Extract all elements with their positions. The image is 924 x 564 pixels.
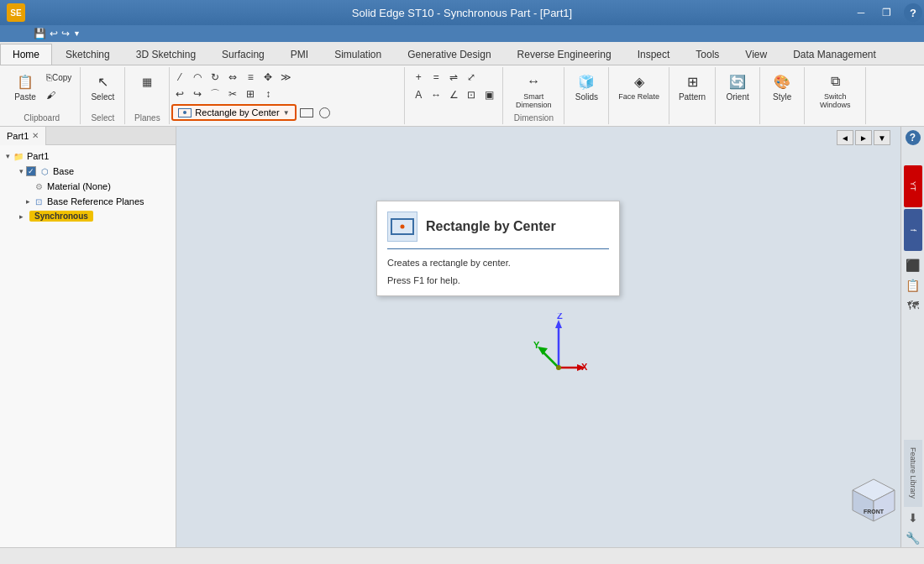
scale-tool[interactable]: ↕	[260, 86, 276, 102]
planes-button[interactable]: ▦	[130, 69, 164, 94]
qat-dropdown[interactable]: ▼	[73, 29, 81, 38]
youtube-button[interactable]: YT	[904, 165, 922, 207]
view-cube[interactable]: FRONT	[848, 475, 899, 525]
tree-expand-ref-planes[interactable]: ▸	[26, 197, 30, 206]
feature-lib-button[interactable]: Feature Library	[904, 440, 922, 507]
side-btn-6[interactable]: ⬇	[904, 509, 922, 527]
trim-tool[interactable]: ✂	[224, 86, 241, 102]
pattern-label: Pattern	[679, 92, 706, 102]
more-tool[interactable]: ≫	[277, 69, 294, 86]
ribbon-group-clipboard: 📋 Paste ⎘ Copy 🖌 Clipboard	[3, 67, 81, 124]
se-logo: SE	[7, 3, 25, 22]
tree-expand-base[interactable]: ▾	[19, 167, 24, 175]
tab-tools[interactable]: Tools	[683, 44, 732, 65]
planes-label: Planes	[134, 112, 160, 123]
side-btn-4[interactable]: 📋	[904, 276, 922, 295]
copy-button[interactable]: ⎘ Copy	[43, 69, 75, 86]
minimize-button[interactable]: ─	[848, 0, 874, 25]
tree-label-ref-planes: Base Reference Planes	[47, 196, 144, 206]
draw-row2: ↩ ↪ ⌒ ✂ ⊞ ↕	[171, 86, 402, 102]
move-tool[interactable]: ✥	[260, 69, 276, 86]
orient-button[interactable]: 🔄 Orient	[721, 69, 754, 104]
tab-surfacing[interactable]: Surfacing	[209, 44, 277, 65]
tab-data-management[interactable]: Data Management	[780, 44, 889, 65]
tab-reverse-engineering[interactable]: Reverse Engineering	[505, 44, 624, 65]
line-tool[interactable]: ⁄	[171, 69, 188, 86]
equal-btn[interactable]: =	[428, 69, 444, 86]
pattern-button[interactable]: ⊞ Pattern	[675, 69, 710, 104]
paste-icon: 📋	[15, 71, 35, 91]
tab-view[interactable]: View	[732, 44, 780, 65]
tree-item-base[interactable]: ▾ ✓ ⬡ Base	[0, 164, 176, 179]
mirror-tool[interactable]: ⇔	[224, 69, 241, 86]
tree-item-synchronous[interactable]: ▸ Synchronous	[0, 209, 176, 223]
rect-by-center-icon	[178, 108, 192, 118]
tab-simulation[interactable]: Simulation	[322, 44, 394, 65]
paste-button[interactable]: 📋 Paste	[8, 69, 42, 104]
undo-draw[interactable]: ↩	[171, 86, 188, 102]
format-paint-button[interactable]: 🖌	[43, 86, 75, 103]
qat-save[interactable]: 💾	[34, 28, 46, 39]
part1-tab[interactable]: Part1 ✕	[0, 127, 46, 145]
rect-shape2[interactable]	[317, 104, 333, 121]
help-side-button[interactable]: ?	[906, 130, 921, 145]
tree-label-part1: Part1	[27, 151, 49, 161]
offset-tool[interactable]: ≡	[242, 69, 259, 86]
help-button[interactable]: ?	[904, 3, 922, 22]
angle-btn[interactable]: ∠	[445, 86, 462, 103]
offset2-tool[interactable]: ⊞	[242, 86, 259, 102]
tree-planes-icon: ⊡	[33, 196, 45, 207]
tab-pmi[interactable]: PMI	[278, 44, 321, 65]
tree-item-ref-planes[interactable]: ▸ ⊡ Base Reference Planes	[0, 194, 176, 209]
canvas-area[interactable]: ◄ ► ▼ Rectangle by Center Creates a rect…	[176, 127, 924, 551]
scale2-btn[interactable]: ⤢	[463, 69, 480, 86]
rect-shape1[interactable]	[298, 104, 315, 121]
rotate-tool[interactable]: ↻	[207, 69, 223, 86]
dim-btn[interactable]: ↔	[428, 86, 444, 103]
select-label: Select	[91, 92, 114, 102]
side-btn-3[interactable]: ⬛	[904, 256, 922, 274]
tree-item-part1[interactable]: ▾ 📁 Part1	[0, 149, 176, 164]
z-axis-label: Z	[557, 313, 563, 321]
qat-undo[interactable]: ↩	[50, 28, 58, 39]
tab-home[interactable]: Home	[0, 44, 52, 65]
fill-btn[interactable]: ▣	[480, 86, 497, 103]
solids-label: Solids	[575, 92, 598, 102]
redo-draw[interactable]: ↪	[189, 86, 206, 102]
rect-dropdown-arrow[interactable]: ▼	[283, 109, 290, 117]
facebook-button[interactable]: f	[904, 209, 922, 251]
qat-redo[interactable]: ↪	[61, 28, 70, 39]
side-btn-7[interactable]: 🔧	[904, 529, 922, 547]
smart-dimension-button[interactable]: ↔ Smart Dimension	[508, 69, 559, 112]
part1-close-icon[interactable]: ✕	[32, 131, 39, 140]
fillet-tool[interactable]: ⌒	[207, 86, 223, 102]
ribbon-group-select: ↖ Select Select	[81, 67, 125, 124]
text-btn[interactable]: A	[410, 86, 427, 103]
sym-btn[interactable]: ⇌	[445, 69, 462, 86]
arc-tool[interactable]: ◠	[189, 69, 206, 86]
tab-generative-design[interactable]: Generative Design	[395, 44, 503, 65]
tab-inspect[interactable]: Inspect	[625, 44, 683, 65]
switch-windows-button[interactable]: ⧉ Switch Windows	[810, 69, 860, 112]
rect-by-center-button[interactable]: Rectangle by Center ▼	[171, 104, 296, 121]
select-button[interactable]: ↖ Select	[86, 69, 119, 104]
solids-button[interactable]: 🧊 Solids	[570, 69, 603, 104]
svg-point-1	[401, 225, 405, 229]
tree-expand-synchronous[interactable]: ▸	[19, 212, 24, 221]
tab-sketching[interactable]: Sketching	[53, 44, 123, 65]
style-button[interactable]: 🎨 Style	[765, 69, 799, 104]
nav-next[interactable]: ►	[855, 130, 872, 145]
plus-btn[interactable]: +	[410, 69, 427, 86]
canvas-nav: ◄ ► ▼	[837, 130, 890, 145]
tree-check-base[interactable]: ✓	[26, 166, 36, 176]
tree-item-material[interactable]: ⚙ Material (None)	[0, 179, 176, 194]
svg-marker-3	[555, 320, 562, 328]
side-btn-5[interactable]: 🗺	[904, 296, 922, 315]
restore-button[interactable]: ❐	[874, 0, 899, 25]
tab-3d-sketching[interactable]: 3D Sketching	[123, 44, 208, 65]
face-relate-button[interactable]: ◈ Face Relate	[614, 69, 664, 103]
nav-prev[interactable]: ◄	[837, 130, 853, 145]
nav-down[interactable]: ▼	[874, 130, 890, 145]
relate-btn[interactable]: ⊡	[463, 86, 480, 103]
tree-expand-part1[interactable]: ▾	[6, 152, 10, 160]
